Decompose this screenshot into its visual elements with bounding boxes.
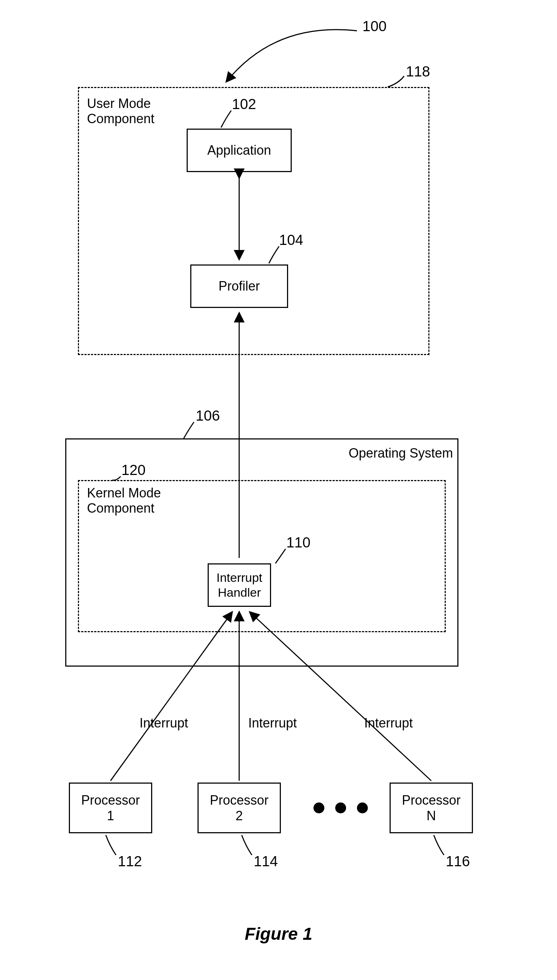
processor-1-label: Processor 1 bbox=[81, 792, 140, 824]
interrupt-handler-box: Interrupt Handler bbox=[208, 563, 271, 607]
interrupt-handler-label: Interrupt Handler bbox=[217, 570, 262, 600]
ref-106: 106 bbox=[196, 408, 220, 424]
processor-n-box: Processor N bbox=[389, 783, 473, 833]
application-box: Application bbox=[187, 128, 292, 172]
operating-system-label: Operating System bbox=[349, 445, 453, 461]
ref-120: 120 bbox=[121, 462, 146, 478]
processor-1-box: Processor 1 bbox=[69, 783, 152, 833]
processor-2-box: Processor 2 bbox=[197, 783, 281, 833]
ref-114: 114 bbox=[254, 853, 278, 869]
ref-110: 110 bbox=[286, 535, 311, 551]
ref-112: 112 bbox=[118, 853, 142, 869]
interrupt-label-3: Interrupt bbox=[364, 715, 413, 731]
interrupt-label-1: Interrupt bbox=[140, 715, 188, 731]
figure-title: Figure 1 bbox=[0, 924, 557, 944]
ref-100: 100 bbox=[362, 18, 387, 34]
user-mode-component-container bbox=[78, 87, 430, 355]
ellipsis-dot bbox=[313, 803, 324, 813]
ref-116: 116 bbox=[446, 853, 470, 869]
processor-2-label: Processor 2 bbox=[210, 792, 269, 824]
kernel-mode-component-label: Kernel Mode Component bbox=[87, 486, 161, 516]
profiler-label: Profiler bbox=[218, 278, 260, 294]
diagram-canvas: 100 User Mode Component 118 Application … bbox=[0, 0, 557, 980]
ref-104: 104 bbox=[279, 232, 303, 248]
interrupt-label-2: Interrupt bbox=[248, 715, 297, 731]
ref-118: 118 bbox=[406, 63, 430, 80]
ref-102: 102 bbox=[232, 96, 256, 112]
application-label: Application bbox=[207, 142, 271, 158]
user-mode-component-label: User Mode Component bbox=[87, 96, 155, 127]
ellipsis-dot bbox=[335, 803, 346, 813]
profiler-box: Profiler bbox=[190, 265, 288, 308]
ellipsis-dot bbox=[357, 803, 368, 813]
processor-n-label: Processor N bbox=[402, 792, 461, 824]
